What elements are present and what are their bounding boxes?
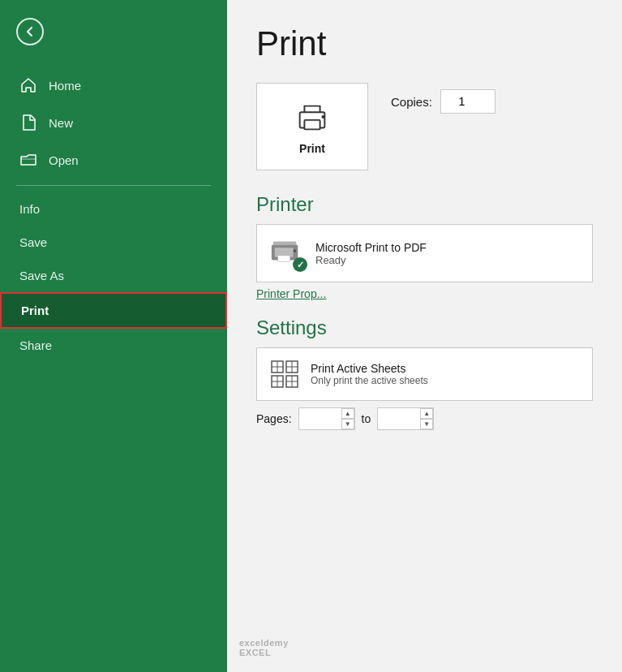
- sidebar-item-home[interactable]: Home: [0, 67, 227, 104]
- sidebar-item-info[interactable]: Info: [0, 192, 227, 226]
- svg-rect-3: [273, 242, 297, 245]
- printer-icon-area: ✓: [270, 236, 304, 270]
- main-content: Print Print Copies: Printer: [227, 0, 622, 672]
- pages-row: Pages: ▲ ▼ to ▲ ▼: [256, 407, 593, 430]
- pages-to-label: to: [362, 412, 371, 425]
- pages-label: Pages:: [256, 412, 292, 425]
- svg-rect-6: [278, 256, 290, 262]
- printer-status: Ready: [315, 254, 427, 266]
- sidebar-divider: [16, 185, 211, 186]
- sidebar-item-open-label: Open: [49, 153, 79, 167]
- page-title: Print: [256, 24, 593, 63]
- sidebar-item-share[interactable]: Share: [0, 329, 227, 362]
- sidebar-item-share-label: Share: [19, 338, 52, 352]
- pages-to-spinner: ▲ ▼: [420, 408, 433, 429]
- printer-section-title: Printer: [256, 193, 593, 216]
- printer-info: Microsoft Print to PDF Ready: [315, 241, 427, 266]
- svg-rect-1: [304, 120, 320, 130]
- sidebar-item-home-label: Home: [49, 79, 81, 93]
- pages-from-input[interactable]: [299, 408, 341, 429]
- back-circle-icon: [16, 18, 44, 45]
- watermark-line1: exceldemy: [239, 638, 289, 648]
- watermark: exceldemy EXCEL: [239, 638, 289, 657]
- copies-label: Copies:: [391, 95, 432, 109]
- copies-area: Copies:: [391, 83, 495, 114]
- home-icon: [19, 76, 37, 94]
- sidebar-item-new-label: New: [49, 116, 73, 130]
- print-action-area: Print Copies:: [256, 83, 593, 170]
- printer-box[interactable]: ✓ Microsoft Print to PDF Ready: [256, 224, 593, 282]
- printer-name: Microsoft Print to PDF: [315, 241, 427, 254]
- pages-to-input[interactable]: [378, 408, 420, 429]
- sidebar-item-info-label: Info: [19, 202, 40, 216]
- print-icon: [294, 98, 331, 136]
- settings-secondary: Only print the active sheets: [311, 375, 428, 386]
- open-icon: [19, 151, 37, 169]
- new-icon: [19, 114, 37, 131]
- settings-box[interactable]: Print Active Sheets Only print the activ…: [256, 347, 593, 401]
- pages-from-down-button[interactable]: ▼: [341, 419, 354, 429]
- sidebar-item-save-label: Save: [19, 235, 47, 249]
- pages-from-up-button[interactable]: ▲: [341, 408, 354, 419]
- print-button[interactable]: Print: [256, 83, 368, 170]
- svg-point-2: [322, 115, 325, 118]
- settings-primary: Print Active Sheets: [311, 362, 428, 375]
- sidebar-item-new[interactable]: New: [0, 104, 227, 141]
- printer-ready-badge: ✓: [293, 257, 307, 272]
- sidebar-item-print[interactable]: Print: [0, 292, 227, 329]
- watermark-line2: EXCEL: [239, 648, 271, 657]
- sidebar: Home New Open Info Sa: [0, 0, 227, 672]
- sidebar-item-save-as[interactable]: Save As: [0, 259, 227, 292]
- pages-from-spinner: ▲ ▼: [341, 408, 354, 429]
- sidebar-nav: Home New Open Info Sa: [0, 60, 227, 368]
- sidebar-item-save-as-label: Save As: [19, 269, 64, 282]
- sidebar-item-open[interactable]: Open: [0, 141, 227, 179]
- copies-input[interactable]: [440, 89, 495, 114]
- settings-section-title: Settings: [256, 317, 593, 339]
- pages-to-up-button[interactable]: ▲: [420, 408, 433, 419]
- settings-info: Print Active Sheets Only print the activ…: [311, 362, 428, 386]
- active-sheets-icon: [270, 360, 299, 389]
- print-button-label: Print: [299, 142, 325, 155]
- sidebar-item-save[interactable]: Save: [0, 226, 227, 259]
- printer-properties-link[interactable]: Printer Prop...: [256, 287, 593, 300]
- svg-point-7: [294, 249, 297, 252]
- sidebar-item-print-label: Print: [21, 304, 49, 317]
- back-button[interactable]: [0, 0, 227, 60]
- pages-to-down-button[interactable]: ▼: [420, 419, 433, 429]
